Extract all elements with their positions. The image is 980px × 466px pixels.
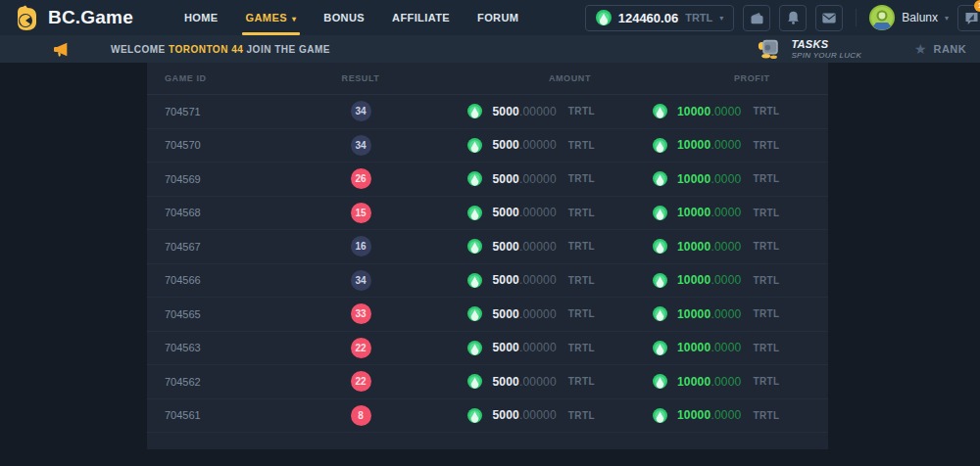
profit-value: 10000.0000	[677, 273, 741, 287]
navbar-right: 124460.06 TRTL ▾	[585, 5, 980, 31]
profit-currency: TRTL	[753, 140, 779, 151]
amount-cell: 5000.00000 TRTL	[393, 408, 599, 423]
chevron-down-icon: ▾	[945, 14, 949, 23]
nav-forum[interactable]: FORUM	[464, 0, 532, 35]
table-row[interactable]: 704565 33 5000.00000 TRTL	[147, 298, 828, 332]
result-badge: 22	[351, 338, 371, 358]
nav-affiliate[interactable]: AFFILIATE	[378, 0, 464, 35]
coin-icon	[653, 104, 667, 118]
profit-value: 10000.0000	[677, 375, 741, 389]
rank-widget[interactable]: ★ RANK	[914, 42, 966, 56]
result-cell: 15	[328, 203, 393, 223]
profit-cell: 10000.0000 TRTL	[599, 206, 828, 220]
coin-icon	[467, 104, 482, 118]
table-header: GAME ID RESULT AMOUNT PROFIT	[147, 63, 828, 95]
profit-cell: 10000.0000 TRTL	[599, 104, 828, 118]
nav-bonus[interactable]: BONUS	[310, 0, 378, 35]
table-row[interactable]: 704563 22 5000.00000 TRTL	[147, 332, 828, 366]
result-cell: 34	[328, 101, 393, 121]
coin-icon	[467, 273, 482, 288]
amount-currency: TRTL	[568, 173, 595, 184]
top-navbar: BC.Game HOME GAMES ▾ BONUS AFFILIATE FOR…	[0, 0, 980, 35]
profit-currency: TRTL	[753, 106, 779, 116]
amount-currency: TRTL	[568, 376, 595, 387]
profit-value: 10000.0000	[677, 206, 741, 219]
profit-cell: 10000.0000 TRTL	[599, 273, 828, 288]
profit-currency: TRTL	[753, 376, 779, 387]
bcgame-logo[interactable]: BC.Game	[14, 5, 133, 31]
amount-value: 5000.00000	[492, 138, 556, 152]
profit-value: 10000.0000	[677, 172, 741, 186]
col-header-profit: PROFIT	[599, 73, 828, 83]
coin-icon	[653, 374, 667, 389]
nav-games[interactable]: GAMES ▾	[232, 0, 311, 35]
game-id: 704566	[147, 274, 328, 286]
coin-icon	[467, 408, 482, 423]
chat-button[interactable]: 10	[957, 5, 980, 31]
balance-amount: 124460.06	[618, 11, 678, 25]
table-row[interactable]: 704569 26 5000.00000 TRTL	[147, 163, 828, 197]
profit-value: 10000.0000	[677, 341, 741, 354]
amount-cell: 5000.00000 TRTL	[393, 306, 599, 321]
amount-value: 5000.00000	[492, 341, 556, 354]
notifications-button[interactable]	[779, 5, 807, 31]
chevron-down-icon: ▾	[292, 15, 296, 23]
game-id: 704570	[147, 139, 328, 151]
chevron-down-icon: ▾	[719, 14, 723, 23]
amount-currency: TRTL	[568, 275, 595, 286]
messages-button[interactable]	[815, 5, 843, 31]
logo-text: BC.Game	[48, 7, 133, 28]
amount-cell: 5000.00000 TRTL	[393, 341, 599, 355]
table-body: 704571 34 5000.00000 TRTL	[147, 95, 828, 433]
result-cell: 34	[328, 270, 393, 291]
table-row[interactable]: 704570 34 5000.00000 TRTL	[147, 129, 828, 163]
bcgame-logo-icon	[14, 5, 39, 31]
result-cell: 8	[328, 405, 393, 426]
tasks-widget[interactable]: TASKS SPIN YOUR LUCK	[758, 38, 861, 60]
user-menu[interactable]: Balunx ▾	[869, 5, 949, 30]
amount-value: 5000.00000	[492, 273, 556, 287]
profit-cell: 10000.0000 TRTL	[599, 171, 828, 186]
amount-cell: 5000.00000 TRTL	[393, 374, 599, 389]
result-badge: 34	[351, 101, 371, 121]
table-row[interactable]: 704571 34 5000.00000 TRTL	[147, 95, 828, 129]
wallet-button[interactable]	[743, 5, 770, 31]
table-row[interactable]: 704568 15 5000.00000 TRTL	[147, 197, 828, 231]
balance-dropdown[interactable]: 124460.06 TRTL ▾	[585, 5, 735, 31]
coin-icon	[596, 10, 612, 25]
profit-currency: TRTL	[753, 241, 779, 252]
chat-badge: 10	[974, 0, 980, 12]
amount-cell: 5000.00000 TRTL	[393, 273, 599, 288]
result-cell: 22	[328, 338, 393, 358]
table-row[interactable]: 704566 34 5000.00000 TRTL	[147, 264, 828, 299]
game-id: 704565	[147, 308, 328, 320]
profit-currency: TRTL	[753, 410, 779, 421]
bets-panel: GAME ID RESULT AMOUNT PROFIT 704571 34 5…	[147, 63, 828, 449]
profit-value: 10000.0000	[677, 240, 741, 254]
nav-home[interactable]: HOME	[171, 0, 232, 35]
bell-icon	[787, 11, 800, 24]
coin-icon	[467, 206, 482, 220]
game-id: 704562	[147, 376, 328, 388]
coin-icon	[653, 239, 667, 254]
coin-icon	[653, 341, 667, 355]
result-cell: 26	[328, 168, 393, 189]
game-id: 704568	[147, 207, 328, 218]
main-content: GAME ID RESULT AMOUNT PROFIT 704571 34 5…	[0, 63, 980, 466]
result-badge: 26	[351, 168, 371, 189]
profit-currency: TRTL	[753, 173, 779, 184]
amount-currency: TRTL	[568, 208, 595, 218]
table-row[interactable]: 704567 16 5000.00000 TRTL	[147, 230, 828, 264]
col-header-result: RESULT	[328, 73, 393, 83]
table-row[interactable]: 704561 8 5000.00000 TRTL	[147, 399, 828, 434]
coin-icon	[467, 138, 482, 153]
game-id: 704569	[147, 173, 328, 185]
chat-icon	[964, 12, 979, 24]
avatar	[869, 5, 895, 30]
profit-currency: TRTL	[753, 275, 779, 286]
profit-cell: 10000.0000 TRTL	[599, 374, 828, 389]
star-icon: ★	[914, 42, 927, 56]
welcome-username: TORONTON 44	[169, 44, 243, 55]
table-row[interactable]: 704562 22 5000.00000 TRTL	[147, 365, 828, 399]
wallet-icon	[750, 12, 764, 24]
